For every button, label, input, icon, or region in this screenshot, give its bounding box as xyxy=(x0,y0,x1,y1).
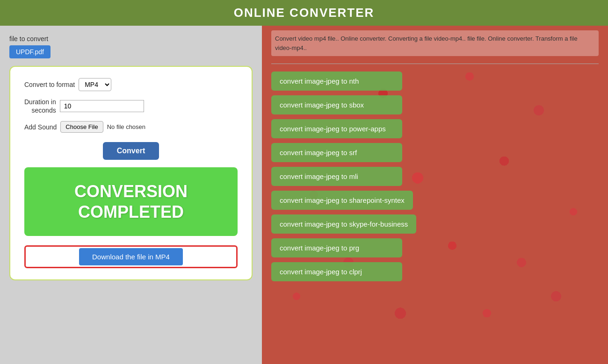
choose-file-button[interactable]: Choose File xyxy=(60,121,103,133)
file-input-wrapper: Choose File No file chosen xyxy=(60,121,145,133)
sound-row: Add Sound Choose File No file chosen xyxy=(24,121,238,133)
convert-link-button[interactable]: convert image-jpeg to mli xyxy=(271,167,402,186)
file-badge[interactable]: UPDF.pdf xyxy=(9,45,51,58)
convert-link-button[interactable]: convert image-jpeg to clprj xyxy=(271,262,402,281)
format-row: Convert to format MP4 AVI MOV MKV GIF xyxy=(24,78,238,91)
convert-link-button[interactable]: convert image-jpeg to sharepoint-syntex xyxy=(271,191,413,210)
right-content: Convert video mp4 file.. Online converte… xyxy=(262,26,608,364)
divider xyxy=(271,64,599,64)
right-panel: Convert video mp4 file.. Online converte… xyxy=(262,26,608,364)
header: ONLINE CONVERTER xyxy=(0,0,608,26)
description-text: Convert video mp4 file.. Online converte… xyxy=(271,30,599,56)
convert-link-button[interactable]: convert image-jpeg to prg xyxy=(271,238,402,257)
main-layout: file to convert UPDF.pdf Convert to form… xyxy=(0,26,608,364)
file-to-convert-label: file to convert xyxy=(9,35,253,43)
convert-link-button[interactable]: convert image-jpeg to nth xyxy=(271,71,402,91)
download-btn-wrapper: Download the file in MP4 xyxy=(24,245,238,268)
duration-input[interactable] xyxy=(60,100,144,112)
no-file-text: No file chosen xyxy=(107,123,145,130)
left-panel: file to convert UPDF.pdf Convert to form… xyxy=(0,26,262,364)
download-button[interactable]: Download the file in MP4 xyxy=(79,248,183,265)
format-label: Convert to format xyxy=(24,81,75,88)
convert-link-button[interactable]: convert image-jpeg to power-apps xyxy=(271,119,402,138)
convert-links-list: convert image-jpeg to nthconvert image-j… xyxy=(271,71,599,281)
converter-box: Convert to format MP4 AVI MOV MKV GIF Du… xyxy=(9,66,253,280)
conversion-complete-box: CONVERSION COMPLETED xyxy=(24,167,238,236)
page-title: ONLINE CONVERTER xyxy=(0,6,608,20)
convert-link-button[interactable]: convert image-jpeg to sbox xyxy=(271,95,402,114)
duration-row: Duration in seconds xyxy=(24,98,238,114)
sound-label: Add Sound xyxy=(24,123,57,131)
convert-link-button[interactable]: convert image-jpeg to skype-for-business xyxy=(271,214,416,234)
convert-button[interactable]: Convert xyxy=(103,142,159,160)
duration-label: Duration in seconds xyxy=(24,98,56,114)
convert-link-button[interactable]: convert image-jpeg to srf xyxy=(271,143,402,162)
conversion-status: CONVERSION COMPLETED xyxy=(34,181,228,221)
format-select[interactable]: MP4 AVI MOV MKV GIF xyxy=(79,78,111,91)
